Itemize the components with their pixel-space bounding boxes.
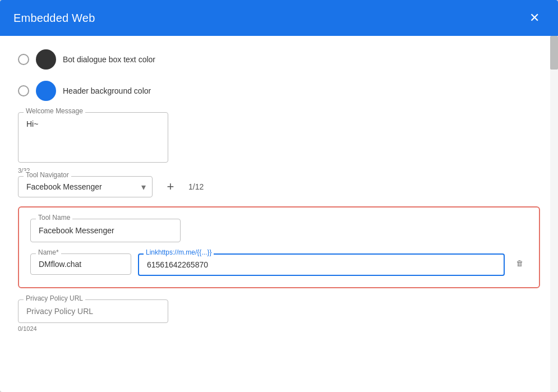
link-field-label: Linkhttps://m.me/{{...}} (144, 248, 214, 256)
name-field-wrap: Name* (30, 253, 131, 275)
add-tool-button[interactable]: + (162, 178, 179, 196)
tool-navigator-select[interactable]: Facebook Messenger (18, 176, 153, 197)
welcome-message-textarea[interactable] (18, 112, 168, 163)
name-link-row: Name* Linkhttps://m.me/{{...}} 🗑 (30, 253, 528, 276)
delete-button[interactable]: 🗑 (511, 255, 528, 272)
embedded-web-dialog: Embedded Web ✕ Bot dialogue box text col… (0, 0, 558, 392)
scrollbar-thumb[interactable] (550, 36, 558, 70)
bot-text-color-swatch (36, 49, 56, 70)
privacy-policy-counter: 0/1024 (18, 325, 540, 332)
dialog-body: Bot dialogue box text color Header backg… (0, 36, 558, 392)
dialog-header: Embedded Web ✕ (0, 0, 558, 36)
bot-text-color-row: Bot dialogue box text color (18, 49, 540, 70)
tool-name-label: Tool Name (36, 214, 72, 222)
tool-card: Tool Name Name* Linkhttps://m.me/{{...}}… (18, 206, 540, 288)
tool-navigator-label: Tool Navigator (24, 171, 71, 179)
tool-navigator-count: 1/12 (188, 182, 204, 191)
header-bg-color-radio[interactable] (18, 85, 29, 96)
header-bg-color-label: Header background color (63, 86, 151, 95)
tool-name-field-wrap: Tool Name (30, 219, 181, 242)
privacy-policy-wrap: Privacy Policy URL (18, 299, 168, 323)
link-field-wrap: Linkhttps://m.me/{{...}} (138, 253, 505, 276)
name-input[interactable] (30, 253, 131, 275)
welcome-message-counter: 3/32 (18, 167, 540, 174)
header-bg-color-row: Header background color (18, 81, 540, 101)
name-field-label: Name* (36, 248, 61, 256)
close-button[interactable]: ✕ (524, 8, 545, 28)
tool-name-input[interactable] (30, 219, 181, 242)
privacy-policy-input[interactable] (18, 299, 168, 323)
bot-text-color-radio[interactable] (18, 54, 29, 65)
dialog-title: Embedded Web (13, 12, 95, 25)
bot-text-color-label: Bot dialogue box text color (63, 55, 155, 64)
tool-navigator-select-wrap: Tool Navigator Facebook Messenger ▾ (18, 176, 153, 197)
tool-name-field: Tool Name (30, 219, 181, 242)
welcome-message-field: Welcome Message (18, 112, 168, 165)
scrollbar-track[interactable] (550, 36, 558, 392)
link-input[interactable] (138, 253, 505, 276)
header-bg-color-swatch (36, 81, 56, 101)
privacy-policy-field: Privacy Policy URL (18, 299, 168, 323)
tool-navigator-row: Tool Navigator Facebook Messenger ▾ + 1/… (18, 176, 540, 197)
privacy-policy-label: Privacy Policy URL (24, 294, 85, 302)
welcome-message-outlined: Welcome Message (18, 112, 168, 165)
welcome-message-label: Welcome Message (24, 107, 85, 115)
